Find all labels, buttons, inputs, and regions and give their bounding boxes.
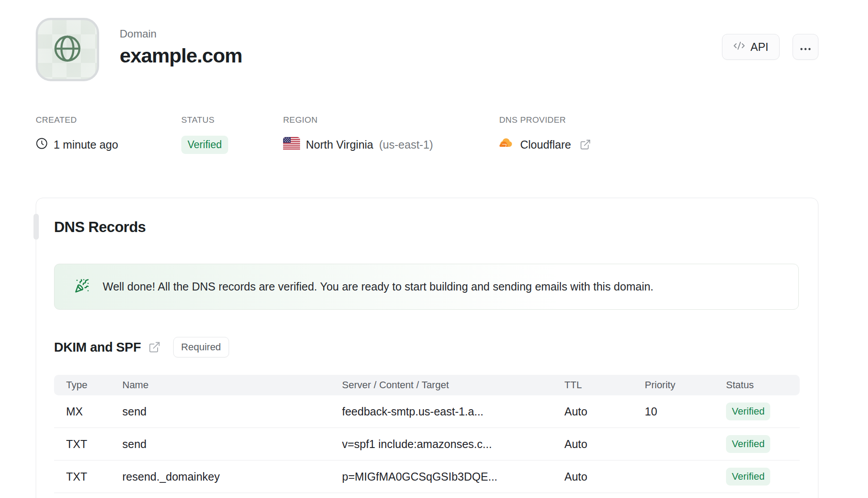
record-ttl: Auto [564, 438, 645, 451]
record-status-badge: Verified [726, 435, 770, 453]
col-header-name: Name [122, 379, 342, 391]
region-value: North Virginia [306, 138, 373, 151]
record-type: TXT [66, 438, 122, 451]
record-name: resend._domainkey [122, 470, 342, 483]
record-status-badge: Verified [726, 403, 770, 420]
record-name: send [122, 405, 342, 418]
table-row: TXT send v=spf1 include:amazonses.c... A… [54, 428, 800, 461]
record-name: send [122, 438, 342, 451]
us-flag-icon [283, 137, 300, 152]
external-link-icon[interactable] [148, 341, 161, 353]
dkim-spf-section-head: DKIM and SPF Required [54, 337, 799, 357]
code-icon [733, 40, 745, 54]
record-status-badge: Verified [726, 468, 770, 486]
dns-records-card: DNS Records Well done! All the DNS recor… [36, 198, 818, 498]
col-header-content: Server / Content / Target [342, 379, 564, 391]
success-banner: Well done! All the DNS records are verif… [54, 264, 799, 310]
dns-records-table: Type Name Server / Content / Target TTL … [54, 375, 800, 493]
meta-created: CREATED 1 minute ago [36, 115, 181, 154]
status-badge: Verified [181, 136, 228, 154]
record-priority: 10 [645, 405, 726, 418]
api-button-label: API [751, 41, 768, 54]
external-link-icon[interactable] [580, 139, 591, 150]
domain-header: Domain example.com API [36, 18, 818, 81]
record-type: MX [66, 405, 122, 418]
table-row: TXT resend._domainkey p=MIGfMA0GCSqGSIb3… [54, 461, 800, 493]
meta-region: REGION [283, 115, 499, 154]
dns-records-title: DNS Records [54, 219, 799, 236]
meta-row: CREATED 1 minute ago STATUS Verified REG… [36, 115, 818, 154]
record-ttl: Auto [564, 470, 645, 483]
globe-icon [53, 34, 82, 65]
region-label: REGION [283, 115, 499, 125]
table-row: MX send feedback-smtp.us-east-1.a... Aut… [54, 395, 800, 428]
page-title: example.com [120, 44, 242, 67]
cloudflare-icon [499, 137, 514, 152]
table-header: Type Name Server / Content / Target TTL … [54, 375, 800, 395]
record-ttl: Auto [564, 405, 645, 418]
page: Domain example.com API [36, 0, 818, 498]
success-banner-text: Well done! All the DNS records are verif… [103, 280, 654, 293]
region-code: (us-east-1) [379, 138, 433, 151]
party-popper-icon [75, 278, 89, 295]
domain-avatar [36, 18, 99, 81]
api-button[interactable]: API [722, 34, 780, 60]
meta-status: STATUS Verified [181, 115, 283, 154]
record-type: TXT [66, 470, 122, 483]
record-content: v=spf1 include:amazonses.c... [342, 438, 564, 451]
dns-provider-label: DNS PROVIDER [499, 115, 591, 125]
created-label: CREATED [36, 115, 181, 125]
scrollbar-thumb[interactable] [33, 214, 39, 240]
col-header-type: Type [66, 379, 122, 391]
record-content: p=MIGfMA0GCSqGSIb3DQE... [342, 470, 564, 483]
record-content: feedback-smtp.us-east-1.a... [342, 405, 564, 418]
title-block: Domain example.com [120, 18, 242, 67]
created-value: 1 minute ago [54, 138, 118, 151]
col-header-priority: Priority [645, 379, 726, 391]
meta-dns-provider: DNS PROVIDER Cloudflare [499, 115, 591, 154]
required-badge: Required [173, 337, 229, 357]
dns-provider-value: Cloudflare [520, 138, 571, 151]
header-actions: API [722, 34, 818, 60]
clock-icon [36, 137, 48, 152]
col-header-status: Status [726, 379, 800, 391]
status-label: STATUS [181, 115, 283, 125]
more-button[interactable] [793, 34, 818, 60]
domain-kicker: Domain [120, 28, 242, 40]
col-header-ttl: TTL [564, 379, 645, 391]
dkim-spf-title: DKIM and SPF [54, 340, 141, 355]
ellipsis-icon [800, 41, 811, 54]
